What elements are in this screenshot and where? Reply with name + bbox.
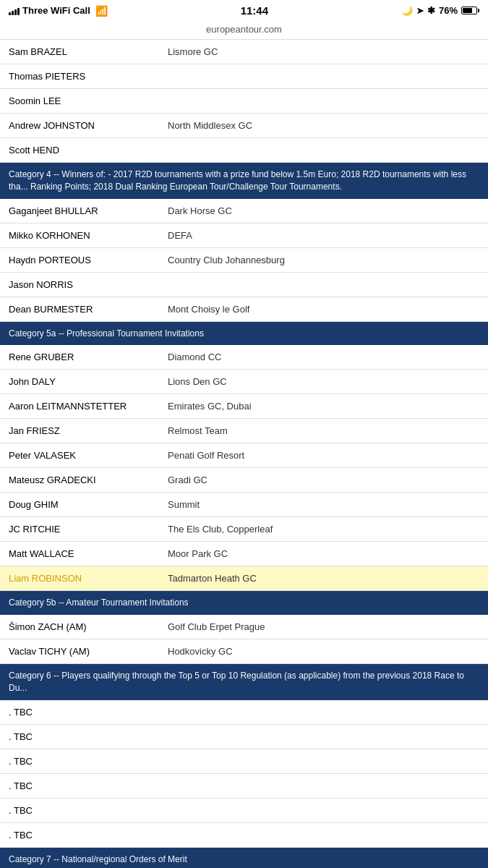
player-name: Peter VALASEK <box>9 450 168 461</box>
tbc-row: . TBC <box>0 774 488 799</box>
player-name: Aaron LEITMANNSTETTER <box>9 401 168 412</box>
table-row: Scott HEND <box>0 138 488 163</box>
tbc-row: . TBC <box>0 799 488 823</box>
table-row-highlighted: Liam ROBINSON Tadmarton Heath GC <box>0 566 488 591</box>
status-bar: Three WiFi Call 📶 11:44 🌙 ➤ ✱ 76% <box>0 0 488 21</box>
tbc-row: . TBC <box>0 725 488 749</box>
player-club: Hodkovicky GC <box>168 646 479 657</box>
player-club: Tadmarton Heath GC <box>168 573 479 584</box>
tbc-row: . TBC <box>0 823 488 848</box>
table-row: Jason NORRIS <box>0 273 488 297</box>
player-name: Sam BRAZEL <box>9 46 168 57</box>
player-club: Dark Horse GC <box>168 205 479 216</box>
player-name: Rene GRUBER <box>9 352 168 362</box>
tbc-label: . TBC <box>9 707 168 718</box>
table-row: Mikko KORHONEN DEFA <box>0 224 488 248</box>
player-club: DEFA <box>168 230 479 241</box>
table-row: Peter VALASEK Penati Golf Resort <box>0 443 488 468</box>
tbc-label: . TBC <box>9 780 168 791</box>
table-row: Haydn PORTEOUS Country Club Johannesburg <box>0 248 488 273</box>
player-name: Haydn PORTEOUS <box>9 255 168 265</box>
carrier-label: Three WiFi Call <box>22 5 90 16</box>
player-name: Thomas PIETERS <box>9 71 168 82</box>
player-club: The Els Club, Copperleaf <box>168 524 479 535</box>
player-club: Lions Den GC <box>168 376 479 387</box>
url-bar[interactable]: europeantour.com <box>0 21 488 40</box>
player-club: Emirates GC, Dubai <box>168 401 479 412</box>
bluetooth-icon: ✱ <box>427 5 435 16</box>
player-club: Relmost Team <box>168 425 479 436</box>
player-name: Jan FRIESZ <box>9 425 168 436</box>
table-row: Šimon ZACH (AM) Golf Club Erpet Prague <box>0 615 488 639</box>
table-row: Matt WALLACE Moor Park GC <box>0 542 488 566</box>
player-club: Country Club Johannesburg <box>168 255 479 265</box>
player-club: Lismore GC <box>168 46 479 57</box>
player-name: Doug GHIM <box>9 499 168 510</box>
player-name: JC RITCHIE <box>9 524 168 535</box>
battery-icon <box>461 7 479 14</box>
clock: 11:44 <box>241 4 268 17</box>
table-row: Vaclav TICHY (AM) Hodkovicky GC <box>0 639 488 664</box>
player-club: Penati Golf Resort <box>168 450 479 461</box>
player-name: Matt WALLACE <box>9 548 168 559</box>
signal-icon <box>9 7 20 15</box>
tbc-label: . TBC <box>9 830 168 841</box>
player-name: Dean BURMESTER <box>9 304 168 315</box>
location-icon: ➤ <box>416 6 424 16</box>
player-club: Diamond CC <box>168 352 479 362</box>
player-name: Soomin LEE <box>9 95 168 106</box>
table-row: Dean BURMESTER Mont Choisy le Golf <box>0 297 488 322</box>
tbc-row: . TBC <box>0 700 488 725</box>
player-club: Golf Club Erpet Prague <box>168 621 479 632</box>
table-row: Jan FRIESZ Relmost Team <box>0 419 488 443</box>
player-club: Moor Park GC <box>168 548 479 559</box>
player-name: Scott HEND <box>9 145 168 156</box>
table-row: Rene GRUBER Diamond CC <box>0 345 488 370</box>
player-name: Andrew JOHNSTON <box>9 120 168 131</box>
player-name: John DALY <box>9 376 168 387</box>
table-row: Andrew JOHNSTON North Middlesex GC <box>0 114 488 138</box>
tbc-row: . TBC <box>0 749 488 774</box>
table-row: Mateusz GRADECKI Gradi GC <box>0 468 488 493</box>
player-table: Sam BRAZEL Lismore GC Thomas PIETERS Soo… <box>0 40 488 868</box>
url-text: europeantour.com <box>206 24 282 35</box>
table-row: Doug GHIM Summit <box>0 493 488 517</box>
category-header-4: Category 4 -- Winners of: - 2017 R2D tou… <box>0 163 488 199</box>
tbc-label: . TBC <box>9 805 168 816</box>
wifi-icon: 📶 <box>95 5 108 17</box>
status-left: Three WiFi Call 📶 <box>9 5 108 17</box>
category-header-5a: Category 5a -- Professional Tournament I… <box>0 322 488 346</box>
table-row: Aaron LEITMANNSTETTER Emirates GC, Dubai <box>0 394 488 419</box>
status-right: 🌙 ➤ ✱ 76% <box>401 5 479 16</box>
player-name: Mikko KORHONEN <box>9 230 168 241</box>
table-row: John DALY Lions Den GC <box>0 370 488 394</box>
tbc-label: . TBC <box>9 731 168 742</box>
table-row: Soomin LEE <box>0 89 488 114</box>
table-row: JC RITCHIE The Els Club, Copperleaf <box>0 517 488 542</box>
player-club: Mont Choisy le Golf <box>168 304 479 315</box>
category-header-5b: Category 5b -- Amateur Tournament Invita… <box>0 591 488 615</box>
player-name: Vaclav TICHY (AM) <box>9 646 168 657</box>
player-name: Jason NORRIS <box>9 279 168 290</box>
player-club: North Middlesex GC <box>168 120 479 131</box>
moon-icon: 🌙 <box>401 5 413 16</box>
tbc-label: . TBC <box>9 756 168 767</box>
category-header-7: Category 7 -- National/regional Orders o… <box>0 848 488 868</box>
player-club: Gradi GC <box>168 475 479 485</box>
table-row: Sam BRAZEL Lismore GC <box>0 40 488 64</box>
category-header-6: Category 6 -- Players qualifying through… <box>0 664 488 700</box>
player-name: Šimon ZACH (AM) <box>9 621 168 632</box>
player-name: Gaganjeet BHULLAR <box>9 205 168 216</box>
player-club: Summit <box>168 499 479 510</box>
table-row: Thomas PIETERS <box>0 64 488 89</box>
table-row: Gaganjeet BHULLAR Dark Horse GC <box>0 199 488 224</box>
battery-percent: 76% <box>439 5 458 16</box>
player-name[interactable]: Liam ROBINSON <box>9 573 168 584</box>
player-name: Mateusz GRADECKI <box>9 475 168 485</box>
